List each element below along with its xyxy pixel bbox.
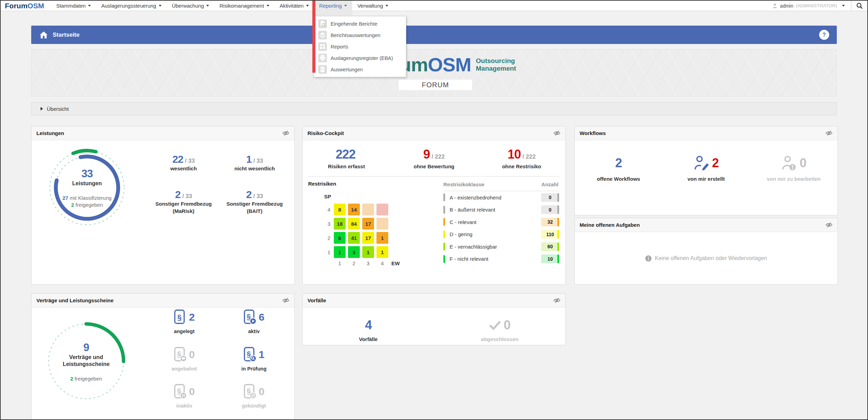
menu-item-eingehende-berichte[interactable]: Eingehende Berichte bbox=[314, 18, 406, 29]
panel-title: Vorfälle bbox=[307, 297, 553, 303]
heatmap-cell bbox=[376, 218, 388, 230]
heatmap-cell: 41 bbox=[348, 232, 360, 244]
hide-panel-icon[interactable] bbox=[553, 131, 561, 136]
count-badge: 0 bbox=[541, 205, 559, 214]
triangle-right-icon bbox=[41, 107, 43, 110]
chevron-down-icon bbox=[385, 5, 388, 7]
contract-inactive-icon: § bbox=[174, 384, 186, 400]
chevron-down-icon bbox=[306, 5, 309, 7]
contract-terminated-icon: § bbox=[244, 384, 256, 400]
user-menu[interactable]: admin (ADMINISTRATOR) bbox=[766, 1, 851, 11]
search-button[interactable] bbox=[851, 1, 867, 11]
contract-icon: § bbox=[174, 309, 186, 325]
panel-vorfaelle: Vorfälle 4 Vorfälle 0 abgeschlossen bbox=[302, 293, 566, 345]
contract-active-icon: § bbox=[244, 309, 256, 325]
vertraege-count: 9 bbox=[83, 341, 89, 354]
hide-panel-icon[interactable] bbox=[553, 298, 561, 303]
panel-title: Workflows bbox=[580, 130, 825, 136]
report-analysis-icon bbox=[318, 31, 327, 39]
table-row: D - gering 110 bbox=[443, 228, 559, 241]
reporting-dropdown-menu: Eingehende Berichte Berichtsauswertungen… bbox=[313, 16, 406, 77]
menu-item-auswertungen[interactable]: Auswertungen bbox=[314, 64, 406, 75]
contract-initiated-icon: § bbox=[174, 347, 186, 363]
chevron-down-icon bbox=[842, 5, 845, 7]
hide-panel-icon[interactable] bbox=[282, 131, 289, 136]
heatmap-cell: 84 bbox=[348, 218, 360, 230]
nav-item-reporting[interactable]: Reporting Eingehende Berichte Berichtsau… bbox=[314, 1, 352, 11]
stat-gekuendigt: § 0 gekündigt bbox=[219, 383, 289, 410]
heatmap-cell bbox=[362, 204, 374, 215]
stat-aktiv: § 6 aktiv bbox=[219, 308, 289, 335]
heatmap-cell: 17 bbox=[362, 232, 374, 244]
menu-item-reports[interactable]: Reports bbox=[314, 41, 406, 52]
help-button[interactable]: ? bbox=[819, 30, 829, 40]
report-incoming-icon bbox=[318, 19, 327, 28]
stat-abgeschlossen: 0 abgeschlossen bbox=[434, 317, 565, 343]
chevron-down-icon bbox=[159, 5, 162, 7]
heatmap-cell: 1 bbox=[376, 246, 388, 258]
heatmap-cell: 18 bbox=[334, 218, 346, 230]
panel-vertraege: Verträge und Leistungsscheine 9 Verträge… bbox=[31, 293, 295, 420]
hide-panel-icon[interactable] bbox=[825, 222, 833, 227]
risk-heatmap: Restrisiken SP 4 8 14 3 18 84 17 bbox=[308, 177, 400, 269]
chevron-down-icon bbox=[206, 5, 209, 7]
heatmap-cell: 8 bbox=[334, 204, 346, 215]
menu-item-auslagerungsregister-eba[interactable]: Auslagerungsregister (EBA) bbox=[314, 52, 406, 64]
panel-title: Leistungen bbox=[36, 130, 282, 136]
table-row: B - äußerst relevant 0 bbox=[443, 204, 559, 216]
nav-item-auslagerungssteuerung[interactable]: Auslagerungssteuerung bbox=[96, 1, 166, 11]
vertraege-donut-chart: 9 Verträge und Leistungsscheine 2 freige… bbox=[42, 317, 130, 405]
heatmap-cell: 1 bbox=[376, 232, 388, 244]
stat-angelegt: § 2 angelegt bbox=[149, 308, 219, 335]
nav-item-risikomanagement[interactable]: Risikomanagement bbox=[214, 1, 274, 11]
search-icon bbox=[856, 2, 863, 9]
heatmap-x-axis-label: EW bbox=[391, 260, 400, 266]
stat-offene-workflows: 2 offene Workflows bbox=[575, 154, 662, 182]
page-title: Startseite bbox=[53, 32, 79, 38]
stat-inaktiv: § 0 inaktiv bbox=[149, 383, 219, 410]
table-row: E - vernachlässigbar 60 bbox=[443, 240, 559, 253]
panel-meine-offenen-aufgaben: Meine offenen Aufgaben Keine offenen Auf… bbox=[574, 218, 838, 285]
stat-fremdbezug-bait: 2/ 33 Sonstiger Fremdbezug (BAIT) bbox=[220, 189, 289, 215]
menu-item-berichtsauswertungen[interactable]: Berichtsauswertungen bbox=[314, 29, 406, 41]
heatmap-cell: 3 bbox=[348, 246, 360, 258]
app-window: ForumOSM Stammdaten Auslagerungssteuerun… bbox=[0, 0, 868, 420]
count-badge: 110 bbox=[541, 230, 559, 239]
click-marker bbox=[312, 1, 315, 73]
chevron-down-icon bbox=[267, 5, 269, 7]
count-badge: 60 bbox=[541, 242, 559, 251]
user-alert-icon bbox=[781, 155, 798, 171]
nav-item-verwaltung[interactable]: Verwaltung bbox=[352, 1, 393, 11]
stat-vorfaelle: 4 Vorfälle bbox=[303, 317, 434, 343]
stat-fremdbezug-marisk: 2/ 33 Sonstiger Fremdbezug (MaRisk) bbox=[149, 189, 218, 215]
stat-ohne-restrisiko: 10/ 222 ohne Restrisiko bbox=[478, 147, 565, 170]
check-icon bbox=[489, 321, 501, 330]
brand-logo[interactable]: ForumOSM bbox=[5, 1, 44, 11]
home-icon bbox=[40, 31, 48, 39]
stat-von-mir-zu-bearbeiten: 0 von mir zu bearbeiten bbox=[750, 154, 837, 182]
panel-title: Meine offenen Aufgaben bbox=[580, 222, 825, 228]
table-row: C - relevant 32 bbox=[443, 216, 559, 228]
heatmap-cell: 14 bbox=[348, 204, 360, 215]
overview-toggle[interactable]: Übersicht bbox=[31, 102, 837, 115]
svg-text:§: § bbox=[177, 313, 182, 322]
heatmap-cell: 17 bbox=[362, 218, 374, 230]
hide-panel-icon[interactable] bbox=[825, 131, 833, 136]
nav-item-aktivitaeten[interactable]: Aktivitäten bbox=[275, 1, 314, 11]
count-badge: 32 bbox=[541, 218, 559, 226]
heatmap-cell bbox=[376, 204, 388, 215]
hide-panel-icon[interactable] bbox=[282, 298, 289, 303]
panel-title: Verträge und Leistungsscheine bbox=[36, 297, 282, 303]
count-badge: 10 bbox=[541, 254, 559, 263]
nav-item-ueberwachung[interactable]: Überwachung bbox=[167, 1, 215, 11]
chevron-down-icon bbox=[88, 5, 91, 7]
count-badge: 0 bbox=[541, 193, 559, 202]
user-edit-icon bbox=[694, 155, 710, 171]
panel-title: Risiko-Cockpit bbox=[307, 130, 553, 136]
leistungen-donut-chart: 33 Leistungen 27 mit Klassifizierung 2 f… bbox=[44, 144, 130, 231]
nav-item-stammdaten[interactable]: Stammdaten bbox=[51, 1, 96, 11]
user-name: admin bbox=[780, 3, 793, 9]
section-title: Restrisiken bbox=[308, 181, 400, 187]
heatmap-cell: 1 bbox=[334, 246, 346, 258]
panel-leistungen: Leistungen 33 Leistungen 27 mit Klassifi… bbox=[31, 126, 295, 285]
